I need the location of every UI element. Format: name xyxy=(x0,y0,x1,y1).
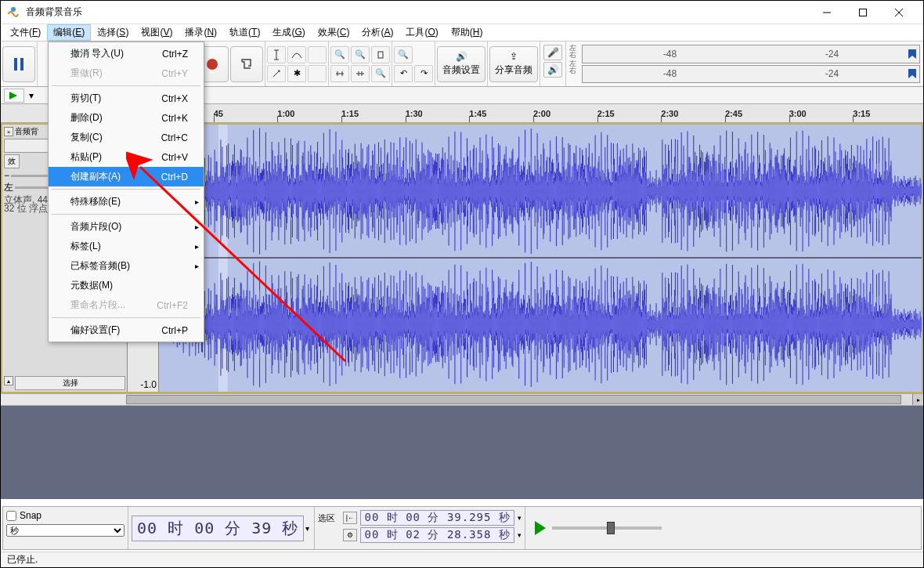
menu-item[interactable]: 复制(C)Ctrl+C xyxy=(49,128,204,147)
play-meter-speaker-icon[interactable]: 🔊 xyxy=(543,62,562,78)
zoom-out-button[interactable]: 🔍 xyxy=(351,46,370,63)
menu-a[interactable]: 分析(A) xyxy=(356,24,399,41)
silence-button[interactable] xyxy=(351,65,370,82)
menu-g[interactable]: 生成(G) xyxy=(266,24,311,41)
ruler-tick: 2:30 xyxy=(661,104,678,122)
title-bar: 音频背景音乐 xyxy=(1,1,923,24)
ruler-tick: 2:00 xyxy=(533,104,550,122)
svg-point-7 xyxy=(207,59,218,70)
menu-v[interactable]: 视图(V) xyxy=(135,24,179,41)
menu-e[interactable]: 编辑(E) xyxy=(47,24,91,41)
svg-rect-11 xyxy=(378,52,383,58)
selection-end-display[interactable]: 00 时 02 分 28.358 秒 xyxy=(360,527,514,543)
edit-menu-dropdown: 撤消 导入(U)Ctrl+Z重做(R)Ctrl+Y剪切(T)Ctrl+X删除(D… xyxy=(48,42,204,342)
main-time-display[interactable]: 00 时 00 分 39 秒 xyxy=(132,516,304,541)
app-icon xyxy=(7,6,20,19)
recording-meter[interactable]: -48 -24 xyxy=(582,45,920,63)
unknown-tool[interactable] xyxy=(308,46,327,63)
menu-f[interactable]: 文件(F) xyxy=(4,24,47,41)
svg-rect-6 xyxy=(20,58,23,71)
share-icon: ⇪ xyxy=(510,51,518,62)
menu-s[interactable]: 选择(S) xyxy=(91,24,135,41)
menu-item[interactable]: 音频片段(O) xyxy=(49,217,204,237)
selection-settings-icon[interactable]: ⚙ xyxy=(343,529,357,541)
envelope-tool[interactable] xyxy=(287,46,306,63)
menu-c[interactable]: 效果(C) xyxy=(312,24,356,41)
draw-tool[interactable] xyxy=(267,65,286,82)
ruler-tick: 1:15 xyxy=(341,104,359,122)
zoom-toggle-button[interactable]: 🔍 xyxy=(371,65,390,82)
close-button[interactable] xyxy=(881,1,917,24)
snap-checkbox[interactable] xyxy=(6,511,16,521)
selection-start-display[interactable]: 00 时 00 分 39.295 秒 xyxy=(360,510,514,526)
bottom-toolbar: Snap 秒 00 时 00 分 39 秒 ▾ 选区 |← 00 时 00 分 … xyxy=(2,506,922,550)
menu-t[interactable]: 轨道(T) xyxy=(223,24,266,41)
snap-unit-select[interactable]: 秒 xyxy=(6,524,125,537)
play-at-speed-button[interactable] xyxy=(4,89,24,103)
pause-button[interactable] xyxy=(2,46,35,82)
ruler-tick: 1:45 xyxy=(469,104,486,122)
playback-speed-slider[interactable] xyxy=(552,526,662,530)
svg-rect-5 xyxy=(14,58,17,71)
menu-n[interactable]: 播录(N) xyxy=(179,24,223,41)
audio-settings-button[interactable]: 🔊 音频设置 xyxy=(437,46,485,82)
meter-label-play: 左右 xyxy=(568,60,577,74)
menu-item[interactable]: 偏好设置(F)Ctrl+P xyxy=(49,320,204,340)
collapse-button[interactable]: ▴ xyxy=(4,376,13,385)
maximize-button[interactable] xyxy=(845,1,881,24)
share-audio-button[interactable]: ⇪ 分享音频 xyxy=(489,46,538,82)
menu-bar: 文件(F)编辑(E)选择(S)视图(V)播录(N)轨道(T)生成(G)效果(C)… xyxy=(1,24,923,42)
fit-selection-button[interactable] xyxy=(371,46,390,63)
undo-button[interactable]: ↶ xyxy=(394,65,413,82)
menu-item[interactable]: 创建副本(A)Ctrl+D xyxy=(49,167,204,186)
play-at-speed-button-2[interactable] xyxy=(535,521,546,535)
fit-project-button[interactable]: 🔍 xyxy=(394,46,413,63)
zoom-tools-grid: 🔍 🔍 🔍 xyxy=(330,46,390,82)
unknown-tool-2[interactable] xyxy=(308,65,327,82)
menu-item[interactable]: 粘贴(P)Ctrl+V xyxy=(49,147,204,167)
record-meter-mic-icon[interactable]: 🎤 xyxy=(543,45,562,60)
menu-item[interactable]: 特殊移除(E) xyxy=(49,192,204,212)
menu-item[interactable]: 元数据(M) xyxy=(49,276,204,295)
playback-meter[interactable]: -48 -24 xyxy=(582,65,920,84)
ruler-tick: 3:00 xyxy=(789,104,807,122)
ruler-tick: 3:15 xyxy=(853,104,870,122)
svg-rect-2 xyxy=(860,9,867,16)
ruler-tick: 2:45 xyxy=(725,104,742,122)
zoom-in-button[interactable]: 🔍 xyxy=(330,46,349,63)
meter-label-rec: 左右 xyxy=(568,45,577,59)
menu-item[interactable]: 删除(D)Ctrl+K xyxy=(49,108,204,128)
status-text: 已停止. xyxy=(7,553,38,566)
select-button[interactable]: 选择 xyxy=(15,376,125,390)
svg-point-0 xyxy=(11,7,16,12)
menu-item[interactable]: 剪切(T)Ctrl+X xyxy=(49,89,204,108)
selection-tool[interactable] xyxy=(267,46,286,63)
redo-button[interactable]: ↷ xyxy=(414,65,433,82)
selection-label: 选区 xyxy=(318,512,340,524)
multi-tool[interactable]: ✱ xyxy=(287,65,306,82)
edit-tools-grid: ✱ xyxy=(267,46,327,82)
waveform-display[interactable] xyxy=(159,125,922,392)
snap-panel: Snap 秒 xyxy=(3,507,128,549)
menu-item: 重命名片段...Ctrl+F2 xyxy=(49,295,204,315)
menu-item[interactable]: 撤消 导入(U)Ctrl+Z xyxy=(49,44,204,63)
window-title: 音频背景音乐 xyxy=(26,5,809,19)
menu-item[interactable]: 已标签音频(B) xyxy=(49,256,204,276)
ruler-tick: 1:00 xyxy=(277,104,294,122)
trim-button[interactable] xyxy=(330,65,349,82)
menu-o[interactable]: 工具(O) xyxy=(399,24,444,41)
selection-start-icon[interactable]: |← xyxy=(343,512,357,524)
ruler-tick: 2:15 xyxy=(597,104,615,122)
effects-button[interactable]: 效 xyxy=(4,154,20,168)
minimize-button[interactable] xyxy=(809,1,845,24)
horizontal-scrollbar[interactable]: ▸ xyxy=(1,393,923,406)
track-name: 音频背 xyxy=(15,126,38,137)
loop-button[interactable] xyxy=(230,46,263,82)
selection-panel: 选区 |← 00 时 00 分 39.295 秒 ▾ ⚙ 00 时 02 分 2… xyxy=(315,507,525,549)
track-close-button[interactable]: × xyxy=(4,127,13,136)
menu-h[interactable]: 帮助(H) xyxy=(445,24,489,41)
play-at-speed-panel xyxy=(525,507,671,549)
menu-item: 重做(R)Ctrl+Y xyxy=(49,63,204,83)
snap-checkbox-label[interactable]: Snap xyxy=(6,510,125,521)
menu-item[interactable]: 标签(L) xyxy=(49,237,204,256)
